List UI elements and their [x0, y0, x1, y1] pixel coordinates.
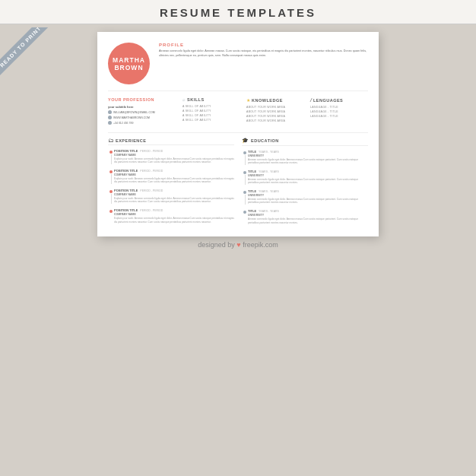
education-header: 🎓 EDUCATION [242, 138, 368, 146]
graduation-icon: 🎓 [242, 138, 249, 144]
exp-pos-3: POSITION TITLE [114, 208, 138, 212]
mid-section: YOUR PROFESSION your subtitle here WILLI… [97, 91, 379, 132]
exp-item-0: POSITION TITLE PERIOD - PERIOD COMPANY N… [108, 149, 234, 164]
profile-title: PROFILE [159, 43, 368, 47]
ribbon-container: READY TO PRINT [0, 27, 68, 96]
footer: designed by ♥ freepik.com [198, 241, 278, 249]
resume-paper: MARTHA BROWN PROFILE Aenean commodo ligu… [97, 32, 379, 236]
edu-dot-1 [243, 171, 246, 174]
exp-company-2: COMPANY NAME [114, 193, 234, 196]
exp-line-2 [111, 194, 112, 205]
edu-content-3: TITLE YEARS - YEARS University Aenean co… [248, 209, 368, 224]
ready-to-print-ribbon: READY TO PRINT [0, 27, 54, 81]
exp-pos-1: POSITION TITLE [114, 169, 138, 173]
exp-desc-0: Explain your work: Aenean commodo ligula… [114, 157, 234, 165]
edu-university-0: University [248, 154, 368, 157]
edu-title-1: TITLE [248, 170, 256, 173]
exp-pos-0: POSITION TITLE [114, 149, 138, 153]
skill-item-1: A SKILL OF ABILITY [182, 109, 240, 113]
edu-date-3: YEARS - YEARS [259, 210, 279, 213]
edu-line-0 [245, 155, 246, 166]
edu-title-0: TITLE [248, 150, 256, 154]
experience-header: 🗂 EXPERIENCE [108, 138, 234, 145]
knowledge-header: ★ KNOWLEDGE [246, 97, 304, 103]
skills-col: ⌕ SKILLS A SKILL OF ABILITY A SKILL OF A… [182, 97, 240, 126]
exp-content-3: POSITION TITLE PERIOD - PERIOD COMPANY N… [114, 208, 234, 224]
experience-col: 🗂 EXPERIENCE POSITION TITLE PERIOD - PER… [108, 138, 234, 229]
website-icon [108, 116, 112, 119]
edu-title-3: TITLE [248, 209, 256, 213]
education-title: EDUCATION [251, 138, 279, 143]
edu-title-2: TITLE [248, 189, 256, 193]
exp-desc-1: Explain your work: Aenean commodo ligula… [114, 177, 234, 185]
exp-line-0 [111, 154, 112, 165]
skill-item-0: A SKILL OF ABILITY [182, 105, 240, 108]
resume-header: MARTHA BROWN PROFILE Aenean commodo ligu… [97, 32, 379, 90]
exp-desc-2: Explain your work: Aenean commodo ligula… [114, 197, 234, 205]
email-text: WILLIAM@BROWN@EMAIL.COM [113, 111, 155, 114]
edu-line-2 [245, 195, 246, 205]
edu-university-2: University [248, 194, 368, 197]
knowledge-item-0: ABOUT YOUR WORK AREA [246, 106, 304, 109]
footer-heart-icon: ♥ [236, 241, 243, 249]
exp-company-0: COMPANY NAME [114, 154, 234, 157]
profession-subtitle: your subtitle here [108, 105, 176, 109]
edu-line-1 [245, 175, 246, 186]
knowledge-icon: ★ [246, 97, 250, 103]
exp-date-3: PERIOD - PERIOD [140, 209, 163, 212]
exp-company-1: COMPANY NAME [114, 173, 234, 176]
edu-university-1: University [248, 174, 368, 177]
profession-col: YOUR PROFESSION your subtitle here WILLI… [108, 97, 176, 126]
exp-dot-3 [109, 210, 113, 213]
avatar-circle: MARTHA BROWN [108, 43, 150, 84]
language-item-0: LANGUAGE - TITLE [310, 106, 368, 109]
education-col: 🎓 EDUCATION TITLE YEARS - YEARS Universi… [242, 138, 368, 229]
exp-dot-0 [109, 151, 113, 154]
profession-title: YOUR PROFESSION [108, 97, 176, 102]
language-icon: / [310, 97, 312, 103]
edu-dot-0 [243, 151, 246, 154]
knowledge-item-2: ABOUT YOUR WORK AREA [246, 115, 304, 118]
profile-section: PROFILE Aenean commodo ligula eget dolor… [159, 43, 368, 58]
edu-content-1: TITLE YEARS - YEARS University Aenean co… [248, 170, 368, 185]
knowledge-title: KNOWLEDGE [252, 98, 283, 103]
exp-content-1: POSITION TITLE PERIOD - PERIOD COMPANY N… [114, 169, 234, 184]
language-header: / LENGUAGES [310, 97, 368, 103]
email-icon [108, 110, 112, 114]
name-line2: BROWN [114, 64, 143, 71]
email-item: WILLIAM@BROWN@EMAIL.COM [108, 110, 176, 114]
exp-dot-1 [109, 170, 113, 173]
knowledge-col: ★ KNOWLEDGE ABOUT YOUR WORK AREA ABOUT Y… [246, 97, 304, 126]
exp-pos-2: POSITION TITLE [114, 189, 138, 192]
language-title: LENGUAGES [313, 98, 343, 103]
phone-text: +34 012 456 789 [113, 122, 133, 125]
phone-item: +34 012 456 789 [108, 121, 176, 125]
exp-desc-3: Explain your work: Aenean commodo ligula… [114, 217, 234, 224]
edu-content-0: TITLE YEARS - YEARS University Aenean co… [248, 150, 368, 165]
language-col: / LENGUAGES LANGUAGE - TITLE LANGUAGE - … [310, 97, 368, 126]
edu-item-1: TITLE YEARS - YEARS University Aenean co… [242, 170, 368, 185]
edu-item-3: TITLE YEARS - YEARS University Aenean co… [242, 209, 368, 224]
edu-dot-2 [243, 191, 246, 194]
exp-content-0: POSITION TITLE PERIOD - PERIOD COMPANY N… [114, 149, 234, 164]
skills-header: ⌕ SKILLS [182, 97, 240, 102]
language-item-2: LANGUAGE - TITLE [310, 115, 368, 118]
experience-title: EXPERIENCE [116, 138, 146, 143]
knowledge-item-1: ABOUT YOUR WORK AREA [246, 110, 304, 113]
exp-item-3: POSITION TITLE PERIOD - PERIOD COMPANY N… [108, 208, 234, 224]
website-item: WWW.MARTHABROWN.COM [108, 116, 176, 119]
edu-desc-3: Aenean commodo ligula eget dolor. Aenean… [248, 217, 368, 225]
main-content: MARTHA BROWN PROFILE Aenean commodo ligu… [0, 24, 476, 476]
footer-text: designed by [198, 241, 235, 249]
edu-date-0: YEARS - YEARS [259, 151, 279, 154]
edu-desc-1: Aenean commodo ligula eget dolor. Aenean… [248, 178, 368, 186]
footer-brand: freepik.com [243, 241, 278, 249]
edu-desc-0: Aenean commodo ligula eget dolor. Aenean… [248, 158, 368, 166]
knowledge-item-3: ABOUT YOUR WORK AREA [246, 119, 304, 122]
edu-desc-2: Aenean commodo ligula eget dolor. Aenean… [248, 198, 368, 205]
website-text: WWW.MARTHABROWN.COM [113, 116, 150, 119]
exp-dot-2 [109, 190, 113, 193]
exp-date-1: PERIOD - PERIOD [140, 170, 163, 173]
name-line1: MARTHA [113, 56, 145, 64]
phone-icon [108, 121, 112, 125]
